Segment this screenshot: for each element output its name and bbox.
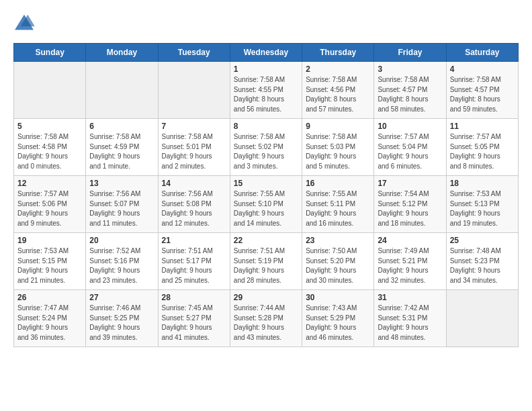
day-number: 1 bbox=[234, 64, 298, 74]
day-content: Sunrise: 7:58 AM Sunset: 5:03 PM Dayligh… bbox=[306, 132, 370, 171]
calendar-day-cell: 4Sunrise: 7:58 AM Sunset: 4:57 PM Daylig… bbox=[446, 62, 518, 119]
day-content: Sunrise: 7:57 AM Sunset: 5:05 PM Dayligh… bbox=[450, 132, 515, 171]
calendar-day-cell: 5Sunrise: 7:58 AM Sunset: 4:58 PM Daylig… bbox=[14, 119, 86, 176]
day-content: Sunrise: 7:51 AM Sunset: 5:19 PM Dayligh… bbox=[234, 246, 298, 285]
calendar-day-cell: 18Sunrise: 7:53 AM Sunset: 5:13 PM Dayli… bbox=[446, 176, 518, 233]
day-content: Sunrise: 7:58 AM Sunset: 5:02 PM Dayligh… bbox=[234, 132, 298, 171]
calendar-day-cell: 30Sunrise: 7:43 AM Sunset: 5:29 PM Dayli… bbox=[302, 290, 374, 347]
calendar-day-cell: 22Sunrise: 7:51 AM Sunset: 5:19 PM Dayli… bbox=[230, 233, 302, 290]
day-content: Sunrise: 7:58 AM Sunset: 4:58 PM Dayligh… bbox=[17, 132, 82, 171]
calendar-day-cell: 14Sunrise: 7:56 AM Sunset: 5:08 PM Dayli… bbox=[158, 176, 230, 233]
day-content: Sunrise: 7:53 AM Sunset: 5:13 PM Dayligh… bbox=[450, 189, 515, 228]
day-content: Sunrise: 7:53 AM Sunset: 5:15 PM Dayligh… bbox=[17, 246, 82, 285]
calendar-day-cell: 3Sunrise: 7:58 AM Sunset: 4:57 PM Daylig… bbox=[374, 62, 446, 119]
day-content: Sunrise: 7:49 AM Sunset: 5:21 PM Dayligh… bbox=[378, 246, 442, 285]
day-number: 7 bbox=[162, 122, 226, 131]
calendar-day-cell: 24Sunrise: 7:49 AM Sunset: 5:21 PM Dayli… bbox=[374, 233, 446, 290]
calendar-day-cell bbox=[86, 62, 158, 119]
calendar-day-cell: 1Sunrise: 7:58 AM Sunset: 4:55 PM Daylig… bbox=[230, 62, 302, 119]
day-content: Sunrise: 7:56 AM Sunset: 5:08 PM Dayligh… bbox=[162, 189, 226, 228]
day-content: Sunrise: 7:47 AM Sunset: 5:24 PM Dayligh… bbox=[17, 304, 82, 342]
calendar-week-row: 1Sunrise: 7:58 AM Sunset: 4:55 PM Daylig… bbox=[14, 62, 519, 119]
calendar-day-cell: 10Sunrise: 7:57 AM Sunset: 5:04 PM Dayli… bbox=[374, 119, 446, 176]
day-number: 2 bbox=[306, 64, 370, 74]
day-content: Sunrise: 7:56 AM Sunset: 5:07 PM Dayligh… bbox=[89, 189, 154, 228]
weekday-header: Friday bbox=[374, 44, 446, 62]
weekday-header: Wednesday bbox=[230, 44, 302, 62]
page-header bbox=[13, 13, 519, 32]
day-content: Sunrise: 7:51 AM Sunset: 5:17 PM Dayligh… bbox=[162, 246, 226, 285]
day-number: 18 bbox=[450, 179, 515, 188]
calendar-day-cell: 11Sunrise: 7:57 AM Sunset: 5:05 PM Dayli… bbox=[446, 119, 518, 176]
day-number: 26 bbox=[17, 293, 82, 302]
day-content: Sunrise: 7:45 AM Sunset: 5:27 PM Dayligh… bbox=[162, 304, 226, 342]
day-content: Sunrise: 7:57 AM Sunset: 5:06 PM Dayligh… bbox=[17, 189, 82, 228]
day-content: Sunrise: 7:58 AM Sunset: 4:59 PM Dayligh… bbox=[89, 132, 154, 171]
day-content: Sunrise: 7:58 AM Sunset: 4:57 PM Dayligh… bbox=[450, 75, 515, 114]
calendar-day-cell: 2Sunrise: 7:58 AM Sunset: 4:56 PM Daylig… bbox=[302, 62, 374, 119]
calendar-day-cell: 17Sunrise: 7:54 AM Sunset: 5:12 PM Dayli… bbox=[374, 176, 446, 233]
day-content: Sunrise: 7:43 AM Sunset: 5:29 PM Dayligh… bbox=[306, 304, 370, 342]
day-content: Sunrise: 7:58 AM Sunset: 5:01 PM Dayligh… bbox=[162, 132, 226, 171]
day-content: Sunrise: 7:58 AM Sunset: 4:55 PM Dayligh… bbox=[234, 75, 298, 114]
logo bbox=[13, 13, 38, 32]
day-number: 23 bbox=[306, 236, 370, 245]
day-content: Sunrise: 7:50 AM Sunset: 5:20 PM Dayligh… bbox=[306, 246, 370, 285]
day-number: 25 bbox=[450, 236, 515, 245]
calendar-day-cell: 31Sunrise: 7:42 AM Sunset: 5:31 PM Dayli… bbox=[374, 290, 446, 347]
day-number: 9 bbox=[306, 122, 370, 131]
calendar-day-cell: 9Sunrise: 7:58 AM Sunset: 5:03 PM Daylig… bbox=[302, 119, 374, 176]
day-number: 20 bbox=[89, 236, 154, 245]
day-content: Sunrise: 7:54 AM Sunset: 5:12 PM Dayligh… bbox=[378, 189, 442, 228]
calendar-week-row: 19Sunrise: 7:53 AM Sunset: 5:15 PM Dayli… bbox=[14, 233, 519, 290]
calendar-day-cell bbox=[446, 290, 518, 347]
day-content: Sunrise: 7:55 AM Sunset: 5:10 PM Dayligh… bbox=[234, 189, 298, 228]
calendar-day-cell: 12Sunrise: 7:57 AM Sunset: 5:06 PM Dayli… bbox=[14, 176, 86, 233]
calendar-day-cell: 27Sunrise: 7:46 AM Sunset: 5:25 PM Dayli… bbox=[86, 290, 158, 347]
calendar-week-row: 26Sunrise: 7:47 AM Sunset: 5:24 PM Dayli… bbox=[14, 290, 519, 347]
weekday-header: Tuesday bbox=[158, 44, 230, 62]
day-content: Sunrise: 7:57 AM Sunset: 5:04 PM Dayligh… bbox=[378, 132, 442, 171]
calendar-day-cell: 28Sunrise: 7:45 AM Sunset: 5:27 PM Dayli… bbox=[158, 290, 230, 347]
day-number: 10 bbox=[378, 122, 442, 131]
day-number: 4 bbox=[450, 64, 515, 74]
day-number: 3 bbox=[378, 64, 442, 74]
calendar-day-cell: 19Sunrise: 7:53 AM Sunset: 5:15 PM Dayli… bbox=[14, 233, 86, 290]
calendar-day-cell: 29Sunrise: 7:44 AM Sunset: 5:28 PM Dayli… bbox=[230, 290, 302, 347]
day-content: Sunrise: 7:44 AM Sunset: 5:28 PM Dayligh… bbox=[234, 304, 298, 342]
day-content: Sunrise: 7:58 AM Sunset: 4:57 PM Dayligh… bbox=[378, 75, 442, 114]
calendar-day-cell: 25Sunrise: 7:48 AM Sunset: 5:23 PM Dayli… bbox=[446, 233, 518, 290]
calendar-week-row: 12Sunrise: 7:57 AM Sunset: 5:06 PM Dayli… bbox=[14, 176, 519, 233]
day-content: Sunrise: 7:42 AM Sunset: 5:31 PM Dayligh… bbox=[378, 304, 442, 342]
day-number: 27 bbox=[89, 293, 154, 302]
day-number: 8 bbox=[234, 122, 298, 131]
day-number: 21 bbox=[162, 236, 226, 245]
weekday-header-row: SundayMondayTuesdayWednesdayThursdayFrid… bbox=[14, 44, 519, 62]
calendar-table: SundayMondayTuesdayWednesdayThursdayFrid… bbox=[13, 43, 519, 347]
calendar-week-row: 5Sunrise: 7:58 AM Sunset: 4:58 PM Daylig… bbox=[14, 119, 519, 176]
day-number: 13 bbox=[89, 179, 154, 188]
calendar-day-cell: 26Sunrise: 7:47 AM Sunset: 5:24 PM Dayli… bbox=[14, 290, 86, 347]
day-number: 5 bbox=[17, 122, 82, 131]
day-number: 6 bbox=[89, 122, 154, 131]
calendar-day-cell: 21Sunrise: 7:51 AM Sunset: 5:17 PM Dayli… bbox=[158, 233, 230, 290]
day-content: Sunrise: 7:46 AM Sunset: 5:25 PM Dayligh… bbox=[89, 304, 154, 342]
calendar-day-cell bbox=[158, 62, 230, 119]
calendar-day-cell: 15Sunrise: 7:55 AM Sunset: 5:10 PM Dayli… bbox=[230, 176, 302, 233]
calendar-day-cell: 13Sunrise: 7:56 AM Sunset: 5:07 PM Dayli… bbox=[86, 176, 158, 233]
day-number: 19 bbox=[17, 236, 82, 245]
day-number: 16 bbox=[306, 179, 370, 188]
day-number: 22 bbox=[234, 236, 298, 245]
day-number: 15 bbox=[234, 179, 298, 188]
day-number: 28 bbox=[162, 293, 226, 302]
day-number: 24 bbox=[378, 236, 442, 245]
day-number: 11 bbox=[450, 122, 515, 131]
day-number: 12 bbox=[17, 179, 82, 188]
logo-icon bbox=[13, 13, 35, 32]
day-number: 31 bbox=[378, 293, 442, 302]
weekday-header: Monday bbox=[86, 44, 158, 62]
day-number: 30 bbox=[306, 293, 370, 302]
calendar-day-cell: 23Sunrise: 7:50 AM Sunset: 5:20 PM Dayli… bbox=[302, 233, 374, 290]
calendar-day-cell: 6Sunrise: 7:58 AM Sunset: 4:59 PM Daylig… bbox=[86, 119, 158, 176]
day-number: 29 bbox=[234, 293, 298, 302]
